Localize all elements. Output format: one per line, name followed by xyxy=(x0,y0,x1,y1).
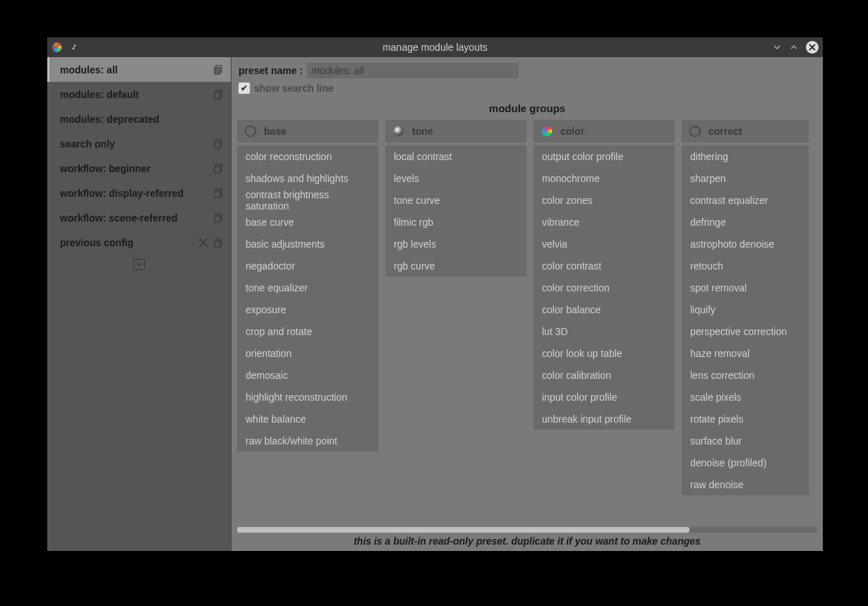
preset-label: search only xyxy=(60,138,214,150)
duplicate-icon[interactable] xyxy=(214,188,224,198)
preset-sidebar: modules: allmodules: defaultmodules: dep… xyxy=(47,57,231,551)
module-item[interactable]: lut 3D xyxy=(534,320,675,342)
module-item[interactable]: base curve xyxy=(237,211,378,233)
module-item[interactable]: rotate pixels xyxy=(682,408,809,430)
module-group-header[interactable]: correct xyxy=(682,120,809,143)
module-item[interactable]: output color profile xyxy=(534,145,675,167)
close-button[interactable] xyxy=(806,41,819,54)
pin-icon[interactable] xyxy=(68,42,78,52)
module-group-label: tone xyxy=(412,126,433,137)
module-group-header[interactable]: tone xyxy=(385,120,526,143)
module-group-label: base xyxy=(264,126,287,137)
module-item[interactable]: levels xyxy=(385,167,526,189)
module-group-body: color reconstructionshadows and highligh… xyxy=(237,145,378,452)
module-item[interactable]: color correction xyxy=(534,277,675,298)
svg-point-15 xyxy=(246,126,255,136)
preset-row[interactable]: search only xyxy=(47,131,231,156)
duplicate-icon[interactable] xyxy=(214,65,224,75)
module-item[interactable]: color look up table xyxy=(534,342,675,364)
module-item[interactable]: color balance xyxy=(534,298,675,320)
module-item[interactable]: scale pixels xyxy=(682,386,809,408)
module-item[interactable]: surface blur xyxy=(682,430,809,452)
module-item[interactable]: exposure xyxy=(237,298,378,320)
duplicate-icon[interactable] xyxy=(214,238,224,248)
show-search-checkbox[interactable]: ✔ xyxy=(239,83,250,94)
module-item[interactable]: defringe xyxy=(682,211,809,233)
delete-icon[interactable] xyxy=(198,238,208,248)
preset-row[interactable]: workflow: beginner xyxy=(47,156,231,181)
preset-name-input[interactable] xyxy=(307,63,519,78)
preset-row[interactable]: workflow: display-referred xyxy=(47,181,231,205)
window-title: manage module layouts xyxy=(47,42,823,53)
module-item[interactable]: rgb curve xyxy=(385,255,526,277)
duplicate-icon[interactable] xyxy=(214,139,224,149)
preset-row-actions xyxy=(214,139,224,149)
module-item[interactable]: shadows and highlights xyxy=(237,167,378,189)
minimize-button[interactable] xyxy=(772,42,782,52)
module-item[interactable]: unbreak input profile xyxy=(534,408,675,430)
module-item[interactable]: tone curve xyxy=(385,189,526,211)
svg-rect-12 xyxy=(215,216,220,222)
preset-label: previous config xyxy=(60,237,198,248)
preset-row[interactable]: previous config xyxy=(47,230,231,255)
module-item[interactable]: contrast brightness saturation xyxy=(237,189,378,211)
module-group: coloroutput color profilemonochromecolor… xyxy=(534,120,675,520)
module-item[interactable]: filmic rgb xyxy=(385,211,526,233)
maximize-button[interactable] xyxy=(789,42,799,52)
module-group-header[interactable]: color xyxy=(534,120,675,143)
add-preset-button[interactable]: + xyxy=(133,259,145,270)
module-item[interactable]: sharpen xyxy=(682,167,809,189)
module-item[interactable]: orientation xyxy=(237,342,378,364)
module-item[interactable]: astrophoto denoise xyxy=(682,233,809,255)
module-item[interactable]: haze removal xyxy=(682,342,809,364)
module-item[interactable]: local contrast xyxy=(385,145,526,167)
module-item[interactable]: raw black/white point xyxy=(237,430,378,452)
module-item[interactable]: basic adjustments xyxy=(237,233,378,255)
horizontal-scrollbar[interactable] xyxy=(237,527,817,533)
svg-point-17 xyxy=(690,126,700,136)
module-groups-title: module groups xyxy=(237,102,817,114)
module-item[interactable]: color contrast xyxy=(534,255,675,277)
module-item[interactable]: rgb levels xyxy=(385,233,526,255)
module-item[interactable]: spot removal xyxy=(682,277,809,298)
preset-label: workflow: scene-referred xyxy=(60,212,214,224)
module-item[interactable]: white balance xyxy=(237,408,378,430)
scrollbar-thumb[interactable] xyxy=(237,527,689,533)
main-panel: preset name : ✔ show search line module … xyxy=(231,57,823,551)
svg-point-16 xyxy=(394,126,404,136)
show-search-label: show search line xyxy=(254,83,334,94)
preset-row[interactable]: workflow: scene-referred xyxy=(47,205,231,230)
module-item[interactable]: velvia xyxy=(534,233,675,255)
module-item[interactable]: denoise (profiled) xyxy=(682,452,809,473)
module-item[interactable]: color reconstruction xyxy=(237,145,378,167)
module-group-label: color xyxy=(560,126,584,137)
module-item[interactable]: vibrance xyxy=(534,211,675,233)
module-item[interactable]: demosaic xyxy=(237,364,378,386)
module-item[interactable]: perspective correction xyxy=(682,320,809,342)
module-item[interactable]: retouch xyxy=(682,255,809,277)
module-item[interactable]: negadoctor xyxy=(237,255,378,277)
module-item[interactable]: raw denoise xyxy=(682,473,809,495)
duplicate-icon[interactable] xyxy=(214,90,224,99)
module-item[interactable]: tone equalizer xyxy=(237,277,378,298)
module-item[interactable]: color calibration xyxy=(534,364,675,386)
duplicate-icon[interactable] xyxy=(214,164,224,174)
module-item[interactable]: crop and rotate xyxy=(237,320,378,342)
module-item[interactable]: highlight reconstruction xyxy=(237,386,378,408)
module-item[interactable]: input color profile xyxy=(534,386,675,408)
dialog-body: modules: allmodules: defaultmodules: dep… xyxy=(47,57,823,551)
preset-row[interactable]: modules: all xyxy=(47,57,231,82)
module-item[interactable]: monochrome xyxy=(534,167,675,189)
duplicate-icon[interactable] xyxy=(214,213,224,223)
preset-row[interactable]: modules: deprecated xyxy=(47,107,231,131)
module-item[interactable]: liquify xyxy=(682,298,809,320)
module-item[interactable]: color zones xyxy=(534,189,675,211)
module-group-header[interactable]: base xyxy=(237,120,378,143)
module-item[interactable]: dithering xyxy=(682,145,809,167)
color-wheel-icon xyxy=(541,125,553,138)
module-group-label: correct xyxy=(709,126,742,137)
add-preset-row: + xyxy=(47,255,231,274)
preset-row[interactable]: modules: default xyxy=(47,82,231,107)
module-item[interactable]: lens correction xyxy=(682,364,809,386)
module-item[interactable]: contrast equalizer xyxy=(682,189,809,211)
